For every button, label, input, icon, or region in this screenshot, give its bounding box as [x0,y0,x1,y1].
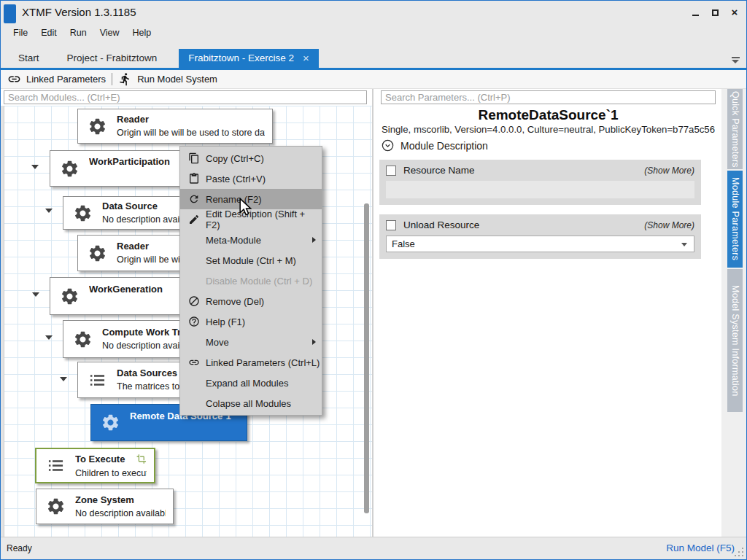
minimize-button[interactable] [689,7,701,18]
module-zone-system[interactable]: Zone System No description available [36,489,174,524]
module-title: Reader [117,114,265,125]
submenu-arrow-icon [312,339,316,345]
list-icon [46,456,66,475]
dropdown-value: False [392,238,415,249]
menu-view[interactable]: View [93,24,126,42]
search-parameters-input[interactable] [381,90,716,104]
context-menu-expand-all[interactable]: Expand all Modules [180,373,322,393]
module-description: Origin will be will be used to store dat… [117,128,265,139]
expander-data-source[interactable] [45,209,53,213]
menu-file[interactable]: File [7,24,34,42]
gear-icon [88,117,107,136]
run-person-icon [118,72,132,86]
module-description: Children to execute [75,468,147,479]
minimize-icon [692,15,699,16]
main-area: Reader Origin will be will be used to st… [1,89,746,537]
menu-edit[interactable]: Edit [34,24,63,42]
context-menu-disable-module: Disable Module (Ctrl + D) [180,271,322,291]
tab-strip: Start Project - Frabitztown Frabitztown … [1,42,746,70]
rename-icon [188,193,200,205]
maximize-button[interactable] [709,7,721,18]
expander-workgeneration[interactable] [32,292,39,297]
module-description [130,424,231,435]
chevron-down-icon [681,243,687,246]
parameter-label: Resource Name [403,165,475,176]
run-model-system-button[interactable]: Run Model System [118,72,217,86]
tab-close-icon[interactable]: × [303,49,309,68]
module-description-toggle[interactable]: Module Description [381,139,723,152]
expander-compute-work-trips[interactable] [45,335,53,340]
context-menu-collapse-all[interactable]: Colapse all Modules [180,393,322,413]
menu-help[interactable]: Help [126,24,158,42]
tab-label: Frabitztown - Exercise 2 [188,49,294,68]
canvas-left-strip [1,106,4,537]
unload-resource-checkbox[interactable] [386,220,396,230]
toolbar: Linked Parameters Run Model System [1,70,746,89]
app-logo-icon [4,4,16,23]
menu-bar: File Edit Run View Help [1,24,746,42]
app-window: XTMF Version 1.3.1185 × File Edit Run Vi… [0,0,747,560]
show-more-link[interactable]: (Show More) [644,220,694,230]
chevron-circle-icon [381,139,395,152]
expander-data-sources[interactable] [60,377,67,381]
run-model-link[interactable]: Run Model (F5) [666,537,735,559]
side-tab-model-system-information[interactable]: Model System Information [727,269,743,412]
module-to-execute[interactable]: To Execute Children to execute [35,448,155,483]
maximize-icon [712,9,719,16]
close-icon: × [732,7,738,18]
gear-icon [60,159,80,179]
parameter-label: Unload Resource [403,219,479,230]
module-title: WorkGeneration [89,284,163,295]
side-tab-strip: Quick Parameters Module Parameters Model… [721,89,746,537]
gear-icon [73,203,93,223]
tab-project-frabitztown[interactable]: Project - Frabitztown [58,49,166,68]
module-title: Zone System [75,494,166,505]
expander-workparticipation[interactable] [31,165,39,169]
context-menu-meta-module[interactable]: Meta-Module [180,230,322,250]
resource-name-field[interactable] [386,181,694,198]
title-bar: XTMF Version 1.3.1185 × [1,1,746,24]
search-modules-input[interactable] [4,90,367,104]
list-icon [88,370,107,390]
unload-resource-dropdown[interactable]: False [386,236,694,252]
module-context-menu: Copy (Ctrl+C) Paste (Ctrl+V) Rename (F2)… [179,146,322,416]
side-tab-quick-parameters[interactable]: Quick Parameters [727,89,743,169]
context-menu-move[interactable]: Move [180,332,322,352]
mouse-cursor [239,198,252,219]
copy-icon [188,152,200,164]
selected-module-name: RemoteDataSource`1 [374,107,723,123]
context-menu-remove[interactable]: Remove (Del) [180,291,322,311]
linked-parameters-button[interactable]: Linked Parameters [7,72,106,86]
resize-grip-icon[interactable] [742,555,743,556]
tab-start[interactable]: Start [8,49,50,68]
context-menu-copy[interactable]: Copy (Ctrl+C) [180,148,322,168]
close-button[interactable]: × [729,7,740,18]
parameter-card-resource-name: Resource Name (Show More) [379,160,701,205]
context-menu-linked-parameters[interactable]: Linked Parameters (Ctrl+L) [180,352,322,373]
help-icon [188,316,200,327]
context-menu-paste[interactable]: Paste (Ctrl+V) [180,168,322,189]
remove-icon [188,295,200,307]
side-tab-module-parameters[interactable]: Module Parameters [727,171,743,268]
link-icon [7,72,21,86]
parameter-card-unload-resource: Unload Resource (Show More) False [379,214,701,259]
gear-icon [88,244,107,263]
module-panel-scrollbar[interactable] [364,203,369,513]
module-description [89,298,163,308]
module-title: To Execute [75,454,125,464]
menu-run[interactable]: Run [63,24,93,42]
show-more-link[interactable]: (Show More) [644,166,694,176]
crop-icon [136,453,147,465]
run-model-system-label: Run Model System [137,74,217,85]
tab-frabitztown-exercise-2[interactable]: Frabitztown - Exercise 2 × [179,49,319,68]
context-menu-set-module[interactable]: Set Module (Ctrl + M) [180,250,322,271]
context-menu-help[interactable]: Help (F1) [180,311,322,332]
module-reader-1[interactable]: Reader Origin will be will be used to st… [77,109,273,144]
paste-icon [188,173,200,184]
pencil-icon [188,214,200,225]
gear-icon [46,497,66,516]
tab-overflow-icon[interactable] [731,57,740,63]
resource-name-checkbox[interactable] [386,166,396,176]
module-description [89,170,170,181]
module-description-label: Module Description [400,140,488,152]
